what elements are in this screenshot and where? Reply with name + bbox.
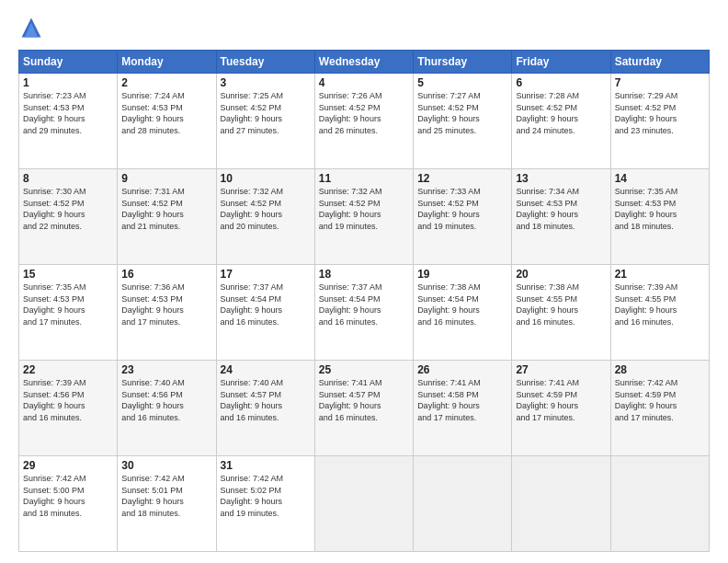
calendar-header-thursday: Thursday xyxy=(414,51,512,74)
day-number: 15 xyxy=(23,268,113,281)
day-number: 19 xyxy=(417,268,507,281)
calendar-cell: 11Sunrise: 7:32 AM Sunset: 4:52 PM Dayli… xyxy=(314,169,413,265)
day-number: 30 xyxy=(121,459,211,472)
day-number: 18 xyxy=(319,268,409,281)
calendar-cell: 2Sunrise: 7:24 AM Sunset: 4:53 PM Daylig… xyxy=(118,74,216,169)
calendar-header-wednesday: Wednesday xyxy=(314,51,413,74)
header xyxy=(18,15,710,40)
day-number: 26 xyxy=(417,363,507,376)
day-info: Sunrise: 7:35 AM Sunset: 4:53 PM Dayligh… xyxy=(615,186,705,232)
calendar-cell: 15Sunrise: 7:35 AM Sunset: 4:53 PM Dayli… xyxy=(19,265,118,361)
day-number: 3 xyxy=(221,76,311,89)
calendar-cell: 18Sunrise: 7:37 AM Sunset: 4:54 PM Dayli… xyxy=(314,265,413,361)
calendar-cell: 1Sunrise: 7:23 AM Sunset: 4:53 PM Daylig… xyxy=(19,74,118,169)
day-number: 22 xyxy=(23,363,113,376)
day-info: Sunrise: 7:23 AM Sunset: 4:53 PM Dayligh… xyxy=(23,90,113,136)
calendar-cell: 27Sunrise: 7:41 AM Sunset: 4:59 PM Dayli… xyxy=(512,361,610,456)
day-number: 27 xyxy=(516,363,606,376)
calendar-header-friday: Friday xyxy=(512,51,610,74)
day-info: Sunrise: 7:39 AM Sunset: 4:55 PM Dayligh… xyxy=(615,282,705,327)
day-info: Sunrise: 7:37 AM Sunset: 4:54 PM Dayligh… xyxy=(221,282,311,327)
day-number: 10 xyxy=(221,172,311,185)
day-number: 16 xyxy=(121,268,211,281)
calendar-cell: 5Sunrise: 7:27 AM Sunset: 4:52 PM Daylig… xyxy=(414,74,512,169)
day-number: 8 xyxy=(23,172,113,185)
day-number: 14 xyxy=(615,172,705,185)
day-info: Sunrise: 7:32 AM Sunset: 4:52 PM Dayligh… xyxy=(319,186,409,232)
calendar-cell: 3Sunrise: 7:25 AM Sunset: 4:52 PM Daylig… xyxy=(216,74,314,169)
day-number: 2 xyxy=(121,76,211,89)
day-number: 4 xyxy=(319,76,409,89)
calendar-cell: 25Sunrise: 7:41 AM Sunset: 4:57 PM Dayli… xyxy=(314,361,413,456)
day-info: Sunrise: 7:42 AM Sunset: 5:00 PM Dayligh… xyxy=(23,473,113,519)
day-info: Sunrise: 7:31 AM Sunset: 4:52 PM Dayligh… xyxy=(121,186,211,232)
calendar-cell: 16Sunrise: 7:36 AM Sunset: 4:53 PM Dayli… xyxy=(118,265,216,361)
day-number: 11 xyxy=(319,172,409,185)
day-info: Sunrise: 7:25 AM Sunset: 4:52 PM Dayligh… xyxy=(221,90,311,136)
day-info: Sunrise: 7:42 AM Sunset: 5:02 PM Dayligh… xyxy=(221,473,311,519)
day-info: Sunrise: 7:41 AM Sunset: 4:57 PM Dayligh… xyxy=(319,377,409,423)
day-info: Sunrise: 7:37 AM Sunset: 4:54 PM Dayligh… xyxy=(319,282,409,327)
calendar-cell xyxy=(512,456,610,552)
calendar-cell: 31Sunrise: 7:42 AM Sunset: 5:02 PM Dayli… xyxy=(216,456,314,552)
calendar-cell: 30Sunrise: 7:42 AM Sunset: 5:01 PM Dayli… xyxy=(118,456,216,552)
day-number: 24 xyxy=(221,363,311,376)
day-info: Sunrise: 7:40 AM Sunset: 4:56 PM Dayligh… xyxy=(121,377,211,423)
day-number: 28 xyxy=(615,363,705,376)
day-info: Sunrise: 7:38 AM Sunset: 4:55 PM Dayligh… xyxy=(516,282,606,327)
calendar-cell: 12Sunrise: 7:33 AM Sunset: 4:52 PM Dayli… xyxy=(414,169,512,265)
calendar-header-tuesday: Tuesday xyxy=(216,51,314,74)
calendar-cell: 23Sunrise: 7:40 AM Sunset: 4:56 PM Dayli… xyxy=(118,361,216,456)
calendar-cell: 9Sunrise: 7:31 AM Sunset: 4:52 PM Daylig… xyxy=(118,169,216,265)
day-number: 25 xyxy=(319,363,409,376)
calendar-cell: 29Sunrise: 7:42 AM Sunset: 5:00 PM Dayli… xyxy=(19,456,118,552)
calendar-header-sunday: Sunday xyxy=(19,51,118,74)
day-number: 7 xyxy=(615,76,705,89)
calendar-cell: 19Sunrise: 7:38 AM Sunset: 4:54 PM Dayli… xyxy=(414,265,512,361)
day-info: Sunrise: 7:36 AM Sunset: 4:53 PM Dayligh… xyxy=(121,282,211,327)
logo xyxy=(18,15,48,40)
day-number: 1 xyxy=(23,76,113,89)
day-number: 29 xyxy=(23,459,113,472)
day-number: 23 xyxy=(121,363,211,376)
calendar-cell: 26Sunrise: 7:41 AM Sunset: 4:58 PM Dayli… xyxy=(414,361,512,456)
day-info: Sunrise: 7:39 AM Sunset: 4:56 PM Dayligh… xyxy=(23,377,113,423)
day-info: Sunrise: 7:28 AM Sunset: 4:52 PM Dayligh… xyxy=(516,90,606,136)
calendar-cell: 17Sunrise: 7:37 AM Sunset: 4:54 PM Dayli… xyxy=(216,265,314,361)
day-info: Sunrise: 7:40 AM Sunset: 4:57 PM Dayligh… xyxy=(221,377,311,423)
calendar-cell: 10Sunrise: 7:32 AM Sunset: 4:52 PM Dayli… xyxy=(216,169,314,265)
day-info: Sunrise: 7:42 AM Sunset: 5:01 PM Dayligh… xyxy=(121,473,211,519)
day-number: 17 xyxy=(221,268,311,281)
day-info: Sunrise: 7:26 AM Sunset: 4:52 PM Dayligh… xyxy=(319,90,409,136)
day-number: 21 xyxy=(615,268,705,281)
day-info: Sunrise: 7:30 AM Sunset: 4:52 PM Dayligh… xyxy=(23,186,113,232)
calendar-cell: 14Sunrise: 7:35 AM Sunset: 4:53 PM Dayli… xyxy=(610,169,709,265)
day-info: Sunrise: 7:32 AM Sunset: 4:52 PM Dayligh… xyxy=(221,186,311,232)
calendar-header-saturday: Saturday xyxy=(610,51,709,74)
calendar-cell: 21Sunrise: 7:39 AM Sunset: 4:55 PM Dayli… xyxy=(610,265,709,361)
calendar-cell: 4Sunrise: 7:26 AM Sunset: 4:52 PM Daylig… xyxy=(314,74,413,169)
calendar-header-monday: Monday xyxy=(118,51,216,74)
day-info: Sunrise: 7:24 AM Sunset: 4:53 PM Dayligh… xyxy=(121,90,211,136)
day-info: Sunrise: 7:34 AM Sunset: 4:53 PM Dayligh… xyxy=(516,186,606,232)
calendar-cell xyxy=(414,456,512,552)
calendar-table: SundayMondayTuesdayWednesdayThursdayFrid… xyxy=(18,50,710,552)
calendar-cell xyxy=(314,456,413,552)
day-info: Sunrise: 7:27 AM Sunset: 4:52 PM Dayligh… xyxy=(417,90,507,136)
day-info: Sunrise: 7:41 AM Sunset: 4:58 PM Dayligh… xyxy=(417,377,507,423)
calendar-cell: 24Sunrise: 7:40 AM Sunset: 4:57 PM Dayli… xyxy=(216,361,314,456)
calendar-cell: 13Sunrise: 7:34 AM Sunset: 4:53 PM Dayli… xyxy=(512,169,610,265)
calendar-cell: 6Sunrise: 7:28 AM Sunset: 4:52 PM Daylig… xyxy=(512,74,610,169)
calendar-cell: 22Sunrise: 7:39 AM Sunset: 4:56 PM Dayli… xyxy=(19,361,118,456)
logo-icon xyxy=(18,15,44,40)
calendar-cell: 20Sunrise: 7:38 AM Sunset: 4:55 PM Dayli… xyxy=(512,265,610,361)
day-info: Sunrise: 7:41 AM Sunset: 4:59 PM Dayligh… xyxy=(516,377,606,423)
calendar-cell: 8Sunrise: 7:30 AM Sunset: 4:52 PM Daylig… xyxy=(19,169,118,265)
day-info: Sunrise: 7:42 AM Sunset: 4:59 PM Dayligh… xyxy=(615,377,705,423)
calendar-cell: 7Sunrise: 7:29 AM Sunset: 4:52 PM Daylig… xyxy=(610,74,709,169)
day-info: Sunrise: 7:29 AM Sunset: 4:52 PM Dayligh… xyxy=(615,90,705,136)
day-number: 31 xyxy=(221,459,311,472)
day-info: Sunrise: 7:38 AM Sunset: 4:54 PM Dayligh… xyxy=(417,282,507,327)
day-info: Sunrise: 7:33 AM Sunset: 4:52 PM Dayligh… xyxy=(417,186,507,232)
day-number: 5 xyxy=(417,76,507,89)
